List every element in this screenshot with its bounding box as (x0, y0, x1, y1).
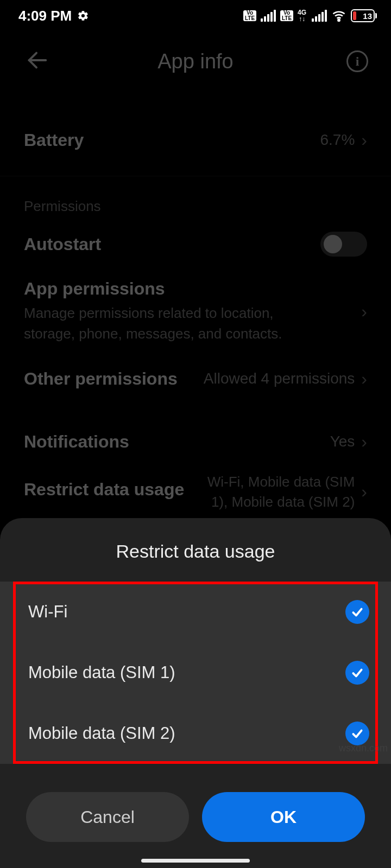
option-label: Wi-Fi (28, 602, 67, 622)
check-icon[interactable] (345, 661, 369, 685)
sheet-options: Wi-Fi Mobile data (SIM 1) Mobile data (S… (0, 582, 391, 764)
battery-label: Battery (24, 130, 84, 150)
back-button[interactable] (25, 48, 50, 75)
other-permissions-value: Allowed 4 permissions › (204, 369, 367, 389)
notifications-value: Yes › (330, 432, 367, 452)
cancel-label: Cancel (80, 807, 135, 827)
page-title: App info (157, 50, 233, 73)
home-indicator[interactable] (141, 859, 250, 863)
restrict-value: Wi-Fi, Mobile data (SIM 1), Mobile data … (192, 472, 355, 512)
cancel-button[interactable]: Cancel (26, 792, 189, 842)
sheet-buttons: Cancel OK (0, 764, 391, 842)
row-other-permissions[interactable]: Other permissions Allowed 4 permissions … (0, 354, 391, 404)
sheet-title: Restrict data usage (0, 518, 391, 582)
option-label: Mobile data (SIM 1) (28, 663, 175, 682)
signal-icon-2 (312, 10, 327, 22)
signal-icon-1 (261, 10, 276, 22)
chevron-right-icon: › (361, 482, 367, 502)
battery-pct: 13 (363, 11, 372, 21)
check-icon[interactable] (345, 600, 369, 624)
info-button[interactable]: i (346, 50, 368, 72)
autostart-toggle[interactable] (320, 232, 367, 257)
svg-point-0 (338, 20, 339, 21)
divider (0, 176, 391, 176)
other-permissions-label: Other permissions (24, 369, 178, 389)
row-restrict-data[interactable]: Restrict data usage Wi-Fi, Mobile data (… (0, 467, 391, 517)
option-sim1[interactable]: Mobile data (SIM 1) (0, 642, 391, 703)
restrict-label: Restrict data usage (24, 480, 192, 500)
ok-label: OK (270, 807, 297, 827)
wifi-icon (331, 8, 346, 23)
battery-value: 6.7% › (320, 130, 367, 150)
row-app-permissions[interactable]: App permissions Manage permissions relat… (0, 269, 391, 354)
option-sim2[interactable]: Mobile data (SIM 2) (0, 703, 391, 764)
chevron-right-icon: › (361, 432, 367, 452)
autostart-label: Autostart (24, 234, 101, 254)
status-time: 4:09 PM (18, 8, 72, 24)
chevron-right-icon: › (361, 130, 367, 150)
option-label: Mobile data (SIM 2) (28, 724, 175, 743)
volte-icon-2: VoLTE (280, 10, 293, 21)
background-page: App info i Battery 6.7% › Permissions Au… (0, 37, 391, 517)
volte-icon-1: VoLTE (243, 10, 256, 21)
check-icon[interactable] (345, 722, 369, 745)
app-permissions-desc: Manage permissions related to location, … (24, 303, 306, 344)
4g-label: 4G↑↓ (298, 9, 306, 22)
notifications-label: Notifications (24, 432, 129, 452)
page-header: App info i (0, 37, 391, 86)
section-permissions-label: Permissions (0, 183, 391, 219)
gear-icon (77, 10, 89, 22)
status-left: 4:09 PM (18, 8, 89, 24)
app-permissions-label: App permissions (24, 279, 361, 299)
row-notifications[interactable]: Notifications Yes › (0, 417, 391, 467)
bottom-sheet: Restrict data usage Wi-Fi Mobile data (S… (0, 518, 391, 868)
status-bar: 4:09 PM VoLTE VoLTE 4G↑↓ 13 (0, 0, 391, 31)
row-autostart[interactable]: Autostart (0, 219, 391, 269)
row-battery[interactable]: Battery 6.7% › (0, 115, 391, 165)
status-right: VoLTE VoLTE 4G↑↓ 13 (243, 8, 375, 23)
battery-icon: 13 (351, 9, 375, 22)
chevron-right-icon: › (361, 302, 367, 322)
ok-button[interactable]: OK (202, 792, 365, 842)
watermark: wsxdn.com (339, 743, 388, 754)
option-wifi[interactable]: Wi-Fi (0, 582, 391, 642)
chevron-right-icon: › (361, 369, 367, 389)
